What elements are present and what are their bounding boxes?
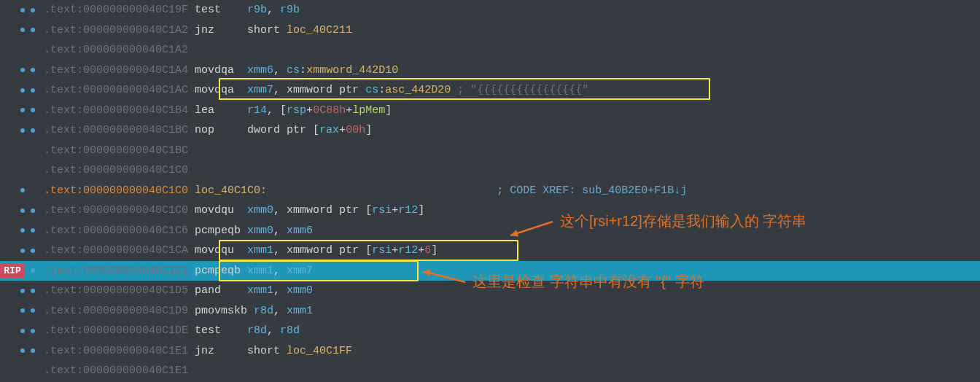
breakpoint-dot-icon[interactable] — [20, 8, 25, 12]
address: 000000000040C1E1 — [83, 365, 195, 377]
register[interactable]: rax — [319, 124, 339, 136]
symbol[interactable]: loc_40C1FF — [287, 345, 352, 357]
token: "{{{{{{{{{{{{{{{{" — [470, 84, 588, 96]
symbol[interactable]: xmmword_442D10 — [306, 64, 398, 77]
disasm-row[interactable]: .text:000000000040C1A2 jnz short loc_40C… — [0, 20, 980, 41]
disasm-row[interactable]: .text:000000000040C1C0 loc_40C1C0: ; COD… — [0, 181, 980, 201]
breakpoint-dot-icon[interactable] — [31, 289, 35, 293]
token: + — [418, 244, 424, 257]
breakpoint-dot-icon[interactable] — [20, 128, 25, 133]
address: 000000000040C1A2 — [83, 44, 195, 56]
gutter-dots — [0, 20, 44, 41]
breakpoint-dot-icon[interactable] — [20, 329, 25, 333]
register[interactable]: r12 — [398, 244, 418, 257]
breakpoint-dot-icon[interactable] — [31, 308, 35, 313]
breakpoint-dot-icon[interactable] — [31, 329, 35, 333]
register[interactable]: r14 — [247, 104, 267, 117]
register[interactable]: rsp — [287, 104, 306, 117]
register[interactable]: r9b — [247, 4, 267, 16]
register[interactable]: xmm7 — [287, 265, 313, 277]
breakpoint-dot-icon[interactable] — [20, 68, 25, 72]
disasm-row[interactable]: .text:000000000040C1C0 — [0, 160, 980, 181]
disasm-row[interactable]: .text:000000000040C1D5 pand xmm1, xmm0 — [0, 281, 980, 301]
breakpoint-dot-icon[interactable] — [20, 308, 25, 313]
disasm-line-content: .text:000000000040C1CA movdqu xmm1, xmmw… — [44, 241, 980, 261]
breakpoint-dot-icon[interactable] — [20, 108, 25, 112]
register[interactable]: xmm1 — [247, 265, 273, 277]
breakpoint-dot-icon[interactable] — [20, 228, 25, 233]
register[interactable]: r9b — [280, 4, 300, 16]
register[interactable]: xmm0 — [247, 225, 273, 237]
breakpoint-dot-icon[interactable] — [20, 188, 25, 192]
register[interactable]: xmm0 — [247, 204, 273, 217]
register[interactable]: xmm0 — [287, 284, 313, 297]
mnemonic: jnz — [195, 345, 247, 357]
breakpoint-dot-icon[interactable] — [31, 249, 35, 253]
register[interactable]: rsi — [372, 244, 392, 257]
mnemonic: movdqa — [195, 64, 247, 77]
code-label[interactable]: loc_40C1C0: — [195, 184, 267, 197]
token: + — [346, 104, 352, 117]
register[interactable]: cs — [287, 64, 300, 77]
disasm-line-content: .text:000000000040C1DE test r8d, r8d — [44, 321, 980, 341]
disasm-row[interactable]: .text:000000000040C1A4 movdqa xmm6, cs:x… — [0, 61, 980, 81]
code-lines[interactable]: .text:000000000040C19F test r9b, r9b.tex… — [0, 0, 980, 381]
register[interactable]: xmm1 — [287, 305, 313, 317]
breakpoint-dot-icon[interactable] — [31, 68, 35, 72]
breakpoint-dot-icon[interactable] — [20, 208, 25, 213]
symbol[interactable]: loc_40C211 — [287, 24, 352, 36]
token: , — [273, 305, 287, 317]
breakpoint-dot-icon[interactable] — [20, 249, 25, 253]
token: ] — [431, 244, 438, 257]
disasm-row[interactable]: .text:000000000040C1C6 pcmpeqb xmm0, xmm… — [0, 221, 980, 241]
register[interactable]: r8d — [247, 324, 267, 337]
register[interactable]: cs — [365, 84, 378, 96]
disasm-row[interactable]: .text:000000000040C1A2 — [0, 40, 980, 61]
disasm-row[interactable]: .text:000000000040C1D9 pmovmskb r8d, xmm… — [0, 301, 980, 321]
disasm-row[interactable]: .text:000000000040C1BC nop dword ptr [ra… — [0, 120, 980, 141]
disasm-row[interactable]: .text:000000000040C1BC — [0, 141, 980, 161]
disasm-row[interactable]: .text:000000000040C1CA movdqu xmm1, xmmw… — [0, 241, 980, 261]
breakpoint-dot-icon[interactable] — [31, 28, 35, 32]
breakpoint-dot-icon[interactable] — [20, 348, 25, 353]
breakpoint-dot-icon[interactable] — [20, 28, 25, 32]
breakpoint-dot-icon[interactable] — [31, 108, 35, 112]
disasm-row[interactable]: .text:000000000040C1E1 jnz short loc_40C… — [0, 341, 980, 362]
address: 000000000040C1BC — [83, 144, 195, 157]
disasm-row[interactable]: .text:000000000040C1E1 — [0, 361, 980, 381]
register[interactable]: xmm7 — [247, 84, 273, 96]
disasm-row[interactable]: .text:000000000040C1DE test r8d, r8d — [0, 321, 980, 341]
register[interactable]: xmm1 — [247, 284, 273, 297]
disasm-row[interactable]: .text:000000000040C19F test r9b, r9b — [0, 0, 980, 20]
gutter-dots — [0, 61, 44, 81]
breakpoint-dot-icon[interactable] — [20, 289, 25, 293]
rip-indicator: RIP — [0, 264, 25, 278]
breakpoint-dot-icon[interactable] — [31, 128, 35, 133]
mnemonic: test — [195, 4, 247, 16]
breakpoint-dot-icon[interactable] — [31, 348, 35, 353]
register[interactable]: xmm1 — [247, 244, 273, 257]
disasm-row[interactable]: .text:000000000040C1B4 lea r14, [rsp+0C8… — [0, 101, 980, 121]
xref-comment[interactable]: ; CODE XREF: sub_40B2E0+F1B↓j — [497, 184, 687, 197]
breakpoint-dot-icon[interactable] — [20, 88, 25, 93]
breakpoint-dot-icon[interactable] — [31, 228, 35, 233]
symbol[interactable]: asc_442D20 — [385, 84, 451, 96]
mnemonic: movdqu — [195, 204, 247, 217]
breakpoint-dot-icon[interactable] — [31, 268, 35, 273]
register[interactable]: rsi — [372, 204, 392, 217]
register[interactable]: xmm6 — [247, 64, 273, 77]
register[interactable]: r12 — [398, 204, 418, 217]
breakpoint-dot-icon[interactable] — [31, 208, 35, 213]
breakpoint-dot-icon[interactable] — [31, 88, 35, 93]
token: , — [273, 244, 287, 257]
disasm-line-content: .text:000000000040C1C6 pcmpeqb xmm0, xmm… — [44, 221, 980, 241]
register[interactable]: r8d — [254, 305, 273, 317]
disasm-row[interactable]: RIP.text:000000000040C1D1 pcmpeqb xmm1, … — [0, 261, 980, 281]
token: , — [273, 284, 287, 297]
segment-prefix: .text: — [44, 345, 83, 357]
breakpoint-dot-icon[interactable] — [31, 8, 35, 12]
disasm-row[interactable]: .text:000000000040C1AC movdqa xmm7, xmmw… — [0, 80, 980, 101]
disasm-row[interactable]: .text:000000000040C1C0 movdqu xmm0, xmmw… — [0, 200, 980, 221]
register[interactable]: xmm6 — [287, 225, 313, 237]
register[interactable]: r8d — [280, 324, 300, 337]
